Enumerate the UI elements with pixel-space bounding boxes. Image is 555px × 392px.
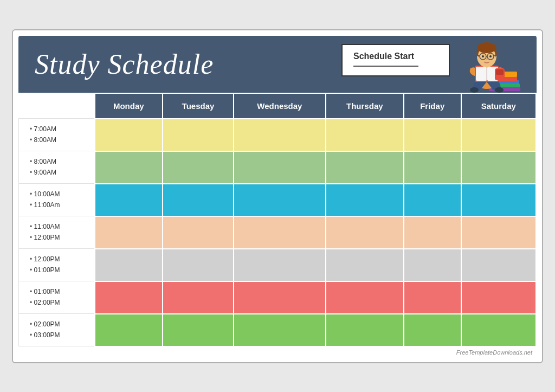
table-row: 01:00PM 02:00PM bbox=[19, 281, 537, 314]
footer-watermark: FreeTemplateDownloads.net bbox=[18, 347, 537, 357]
illustration-area bbox=[453, 36, 537, 93]
table-row: 12:00PM 01:00PM bbox=[19, 249, 537, 281]
time-end: 9:00AM bbox=[30, 168, 89, 178]
schedule-cell[interactable] bbox=[234, 281, 326, 314]
schedule-cell[interactable] bbox=[95, 184, 163, 216]
time-start: 02:00PM bbox=[30, 319, 89, 330]
page-title: Study Schedule bbox=[35, 48, 214, 80]
schedule-cell[interactable] bbox=[326, 314, 404, 346]
schedule-cell[interactable] bbox=[95, 249, 163, 281]
time-start: 01:00PM bbox=[30, 287, 89, 297]
table-row: 8:00AM 9:00AM bbox=[19, 151, 537, 184]
schedule-cell[interactable] bbox=[404, 119, 461, 151]
table-row: 11:00AM 12:00PM bbox=[19, 216, 537, 249]
schedule-cell[interactable] bbox=[163, 216, 234, 249]
schedule-cell[interactable] bbox=[95, 281, 163, 314]
schedule-cell[interactable] bbox=[461, 249, 536, 281]
schedule-cell[interactable] bbox=[404, 281, 461, 314]
time-start: 8:00AM bbox=[30, 157, 89, 167]
col-friday: Friday bbox=[404, 93, 461, 119]
schedule-cell[interactable] bbox=[326, 249, 404, 281]
table-section: Monday Tuesday Wednesday Thursday Friday bbox=[18, 93, 537, 347]
col-tuesday: Tuesday bbox=[163, 93, 234, 119]
col-thursday: Thursday bbox=[326, 93, 404, 119]
schedule-cell[interactable] bbox=[163, 119, 234, 151]
schedule-cell[interactable] bbox=[234, 184, 326, 216]
schedule-cell[interactable] bbox=[234, 314, 326, 346]
time-cell: 01:00PM 02:00PM bbox=[19, 281, 95, 314]
schedule-cell[interactable] bbox=[163, 151, 234, 184]
table-row: 10:00AM 11:00Am bbox=[19, 184, 537, 216]
schedule-start-line bbox=[353, 66, 418, 67]
schedule-cell[interactable] bbox=[404, 314, 461, 346]
svg-point-20 bbox=[482, 55, 484, 57]
table-row: 02:00PM 03:00PM bbox=[19, 314, 537, 346]
schedule-cell[interactable] bbox=[461, 314, 536, 346]
time-end: 02:00PM bbox=[30, 298, 89, 308]
time-cell: 12:00PM 01:00PM bbox=[19, 249, 95, 281]
time-cell: 11:00AM 12:00PM bbox=[19, 216, 95, 249]
schedule-cell[interactable] bbox=[461, 151, 536, 184]
time-start: 12:00PM bbox=[30, 254, 89, 265]
schedule-cell[interactable] bbox=[163, 249, 234, 281]
time-end: 11:00Am bbox=[30, 200, 89, 210]
schedule-cell[interactable] bbox=[461, 281, 536, 314]
svg-point-21 bbox=[489, 55, 492, 57]
schedule-cell[interactable] bbox=[234, 151, 326, 184]
schedule-start-label: Schedule Start bbox=[353, 52, 438, 61]
svg-rect-9 bbox=[476, 67, 487, 81]
svg-line-18 bbox=[477, 55, 480, 56]
schedule-cell[interactable] bbox=[404, 151, 461, 184]
schedule-cell[interactable] bbox=[95, 314, 163, 346]
schedule-cell[interactable] bbox=[234, 249, 326, 281]
schedule-start-box: Schedule Start bbox=[341, 44, 450, 76]
svg-point-22 bbox=[486, 58, 488, 60]
col-saturday: Saturday bbox=[461, 93, 536, 119]
header-section: Study Schedule Schedule Start bbox=[18, 36, 537, 93]
svg-point-7 bbox=[495, 87, 504, 93]
schedule-cell[interactable] bbox=[326, 151, 404, 184]
time-cell: 02:00PM 03:00PM bbox=[19, 314, 95, 346]
schedule-cell[interactable] bbox=[163, 184, 234, 216]
schedule-cell[interactable] bbox=[404, 216, 461, 249]
page-container: Study Schedule Schedule Start bbox=[12, 29, 543, 363]
schedule-cell[interactable] bbox=[461, 216, 536, 249]
schedule-cell[interactable] bbox=[95, 119, 163, 151]
time-cell: 8:00AM 9:00AM bbox=[19, 151, 95, 184]
schedule-cell[interactable] bbox=[404, 249, 461, 281]
svg-rect-24 bbox=[496, 69, 504, 75]
schedule-cell[interactable] bbox=[461, 184, 536, 216]
schedule-cell[interactable] bbox=[95, 216, 163, 249]
schedule-cell[interactable] bbox=[95, 151, 163, 184]
time-end: 03:00PM bbox=[30, 330, 89, 340]
student-illustration bbox=[460, 36, 530, 93]
schedule-cell[interactable] bbox=[326, 119, 404, 151]
table-row: 7:00AM 8:00AM bbox=[19, 119, 537, 151]
svg-point-14 bbox=[477, 42, 496, 53]
schedule-table: Monday Tuesday Wednesday Thursday Friday bbox=[18, 93, 537, 347]
schedule-cell[interactable] bbox=[326, 216, 404, 249]
schedule-cell[interactable] bbox=[404, 184, 461, 216]
time-start: 11:00AM bbox=[30, 222, 89, 232]
time-start: 10:00AM bbox=[30, 189, 89, 200]
time-end: 8:00AM bbox=[30, 135, 89, 145]
time-cell: 10:00AM 11:00Am bbox=[19, 184, 95, 216]
schedule-cell[interactable] bbox=[461, 119, 536, 151]
time-end: 01:00PM bbox=[30, 265, 89, 275]
empty-header bbox=[19, 93, 95, 119]
time-start: 7:00AM bbox=[30, 124, 89, 134]
svg-point-6 bbox=[470, 87, 479, 93]
schedule-cell[interactable] bbox=[326, 281, 404, 314]
schedule-cell[interactable] bbox=[326, 184, 404, 216]
schedule-cell[interactable] bbox=[234, 119, 326, 151]
time-cell: 7:00AM 8:00AM bbox=[19, 119, 95, 151]
col-monday: Monday bbox=[95, 93, 163, 119]
schedule-cell[interactable] bbox=[163, 314, 234, 346]
schedule-cell[interactable] bbox=[163, 281, 234, 314]
svg-line-19 bbox=[494, 55, 496, 56]
time-end: 12:00PM bbox=[30, 233, 89, 243]
col-wednesday: Wednesday bbox=[234, 93, 326, 119]
schedule-cell[interactable] bbox=[234, 216, 326, 249]
